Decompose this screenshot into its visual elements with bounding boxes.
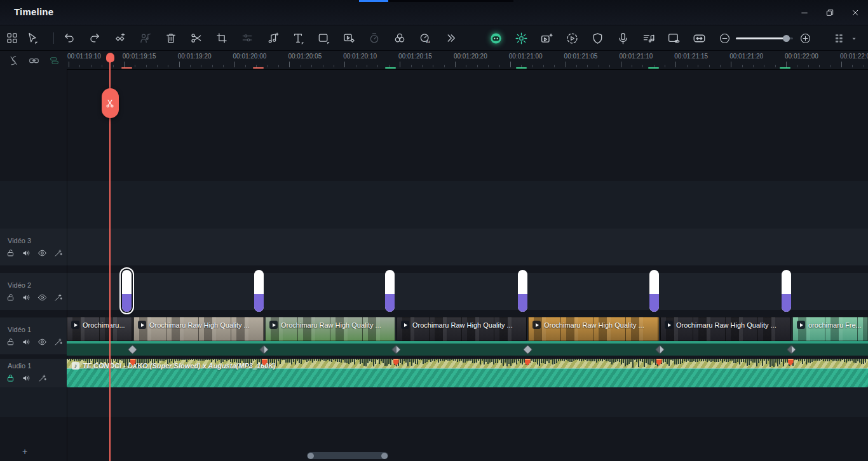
smart-cutout-button[interactable]	[510, 27, 532, 50]
speaker-icon[interactable]	[22, 373, 31, 383]
transition-marker[interactable]	[391, 345, 401, 355]
wand-icon[interactable]	[53, 293, 63, 302]
wand-icon[interactable]	[37, 373, 47, 383]
audio-to-text-button[interactable]	[637, 27, 660, 50]
ruler-green-mark	[780, 67, 790, 69]
render-preview-button[interactable]	[560, 27, 583, 50]
speaker-icon[interactable]	[22, 337, 31, 347]
add-track-button[interactable]: +	[19, 446, 31, 457]
speaker-icon[interactable]	[22, 293, 31, 302]
add-keyframe-button[interactable]	[109, 27, 132, 50]
scrollbar-left-handle[interactable]	[308, 453, 314, 459]
ruler-tick	[212, 65, 213, 67]
lock-open-icon[interactable]	[6, 248, 15, 258]
split-playhead-button[interactable]	[102, 88, 119, 118]
select-tool-button[interactable]	[21, 27, 44, 50]
video-clip[interactable]: Orochimaru...	[67, 317, 133, 341]
transition-marker[interactable]	[786, 345, 796, 355]
more-tools-button[interactable]	[439, 27, 462, 50]
lock-open-icon[interactable]	[6, 293, 15, 302]
close-button[interactable]	[847, 4, 864, 21]
video-clip[interactable]: Orochimaru Raw High Quality ...	[133, 317, 264, 341]
video-clip[interactable]: orochimaru Fre...	[792, 317, 868, 341]
track-layout-button[interactable]	[827, 27, 850, 50]
zoom-in-button[interactable]	[794, 27, 817, 50]
eye-icon[interactable]	[37, 337, 47, 347]
ruler-tick	[477, 65, 478, 67]
beat-detection-button[interactable]	[261, 27, 284, 50]
video-clip[interactable]: Orochimaru Raw High Quality ...	[528, 317, 659, 341]
wand-icon[interactable]	[53, 248, 63, 258]
restore-button[interactable]	[822, 4, 838, 21]
eye-icon[interactable]	[37, 293, 47, 302]
transition-marker[interactable]	[259, 345, 269, 355]
video-clip-label: Orochimaru Raw High Quality ...	[401, 321, 513, 329]
safe-mode-button[interactable]	[586, 27, 609, 50]
ruler-timestamp: 00:01:20:10	[343, 53, 377, 60]
audio-stretch-button[interactable]	[134, 27, 157, 50]
effect-pill-clip[interactable]	[122, 270, 132, 312]
effect-pill-clip[interactable]	[649, 270, 659, 312]
ruler-tick	[599, 65, 599, 67]
ruler-timestamp: 00:01:19:20	[178, 53, 212, 60]
link-clips-button[interactable]	[27, 53, 41, 67]
effect-pill-clip[interactable]	[518, 270, 527, 312]
wand-icon[interactable]	[53, 337, 63, 347]
add-text-button[interactable]	[287, 27, 309, 50]
toolbox-button[interactable]	[1, 27, 24, 50]
ruler-tick	[344, 62, 345, 67]
ruler-tick	[289, 62, 290, 67]
auto-ripple-button[interactable]	[6, 53, 20, 67]
record-voiceover-button[interactable]	[611, 27, 634, 50]
crop-button[interactable]	[210, 27, 233, 50]
video-clip[interactable]: Orochimaru Raw High Quality ...	[265, 317, 395, 341]
playhead-pin[interactable]	[106, 53, 114, 62]
video-clip[interactable]: Orochimaru Raw High Quality ...	[397, 317, 527, 341]
fit-timeline-button[interactable]	[688, 27, 710, 50]
ruler-timestamp: 00:01:20:20	[454, 53, 487, 60]
audio-clip[interactable]: ♪ TE CONOCI - DXKO (Super Slowed) x Augu…	[67, 359, 868, 387]
redo-button[interactable]	[83, 27, 106, 50]
horizontal-scrollbar[interactable]	[307, 452, 388, 459]
track-preview-button[interactable]	[662, 27, 685, 50]
delete-button[interactable]	[159, 27, 182, 50]
lock-open-icon[interactable]	[6, 337, 15, 347]
zoom-slider[interactable]	[736, 37, 793, 39]
ruler-tick	[356, 65, 356, 67]
video-clip[interactable]: Orochimaru Raw High Quality ...	[660, 317, 790, 341]
speaker-icon[interactable]	[22, 248, 31, 258]
lock-closed-icon[interactable]	[6, 373, 15, 383]
transition-marker[interactable]	[654, 345, 665, 355]
transition-marker[interactable]	[523, 345, 533, 355]
header-separator	[67, 51, 67, 461]
adjust-button[interactable]	[236, 27, 259, 50]
split-button[interactable]	[185, 27, 208, 50]
effect-pill-clip[interactable]	[385, 270, 395, 312]
color-correction-button[interactable]	[388, 27, 411, 50]
track-layout-caret-icon[interactable]	[850, 34, 858, 45]
ruler-tick	[102, 65, 102, 67]
zoom-slider-handle[interactable]	[783, 35, 790, 42]
speed-button[interactable]	[363, 27, 386, 50]
effect-pill-clip[interactable]	[782, 270, 791, 312]
motion-tracking-button[interactable]	[337, 27, 360, 50]
undo-button[interactable]	[58, 27, 81, 50]
zoom-out-button[interactable]	[713, 27, 736, 50]
ruler-tick	[124, 62, 125, 67]
ruler-tick	[301, 65, 301, 67]
magnetic-snap-button[interactable]	[47, 53, 61, 67]
minimize-button[interactable]	[796, 4, 813, 21]
ruler-tick	[444, 65, 445, 67]
timeline-ruler[interactable]: 00:01:19:1000:01:19:1500:01:19:2000:01:2…	[67, 51, 868, 70]
top-accent-dark	[388, 0, 513, 2]
eye-icon[interactable]	[37, 248, 47, 258]
ai-audio-button[interactable]: AI	[414, 27, 437, 50]
ai-copilot-button[interactable]	[484, 27, 507, 50]
add-mask-button[interactable]	[312, 27, 335, 50]
ruler-tick	[245, 65, 246, 67]
ai-portrait-button[interactable]	[535, 27, 558, 50]
transition-marker[interactable]	[127, 345, 137, 355]
track-lane[interactable]	[0, 229, 868, 265]
effect-pill-clip[interactable]	[254, 270, 264, 312]
scrollbar-right-handle[interactable]	[381, 453, 388, 459]
